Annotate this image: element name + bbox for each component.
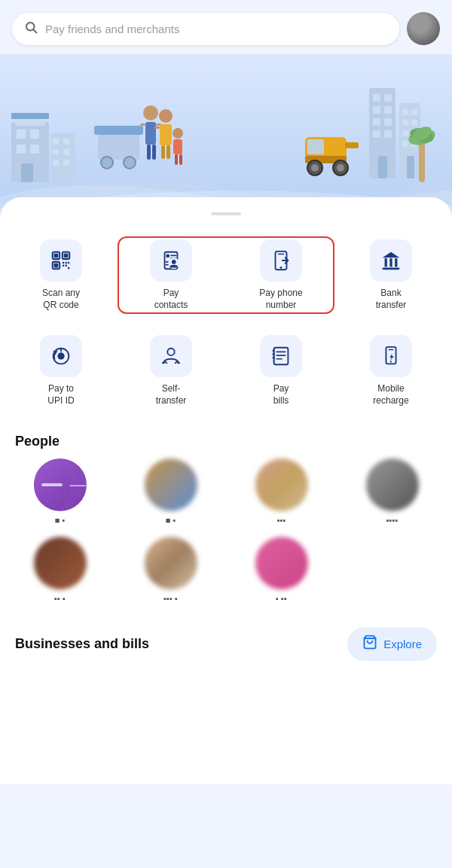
search-placeholder: Pay friends and merchants [45,23,179,35]
svg-rect-43 [345,142,359,148]
svg-rect-37 [307,139,324,154]
pay-bills-icon [270,345,292,367]
svg-point-87 [172,260,176,264]
svg-rect-94 [395,258,397,266]
person-avatar-2 [145,458,197,511]
person-name-1: ■ ▪ [55,516,66,525]
svg-point-27 [159,109,173,123]
svg-rect-28 [160,124,172,145]
people-section-title: People [0,422,452,458]
action-bank-transfer[interactable]: Banktransfer [336,230,446,320]
svg-marker-91 [383,252,400,258]
svg-rect-99 [274,348,289,365]
svg-rect-17 [98,133,139,160]
svg-rect-18 [94,126,143,135]
qr-icon [50,249,72,272]
svg-rect-33 [173,139,182,154]
search-bar[interactable]: Pay friends and merchants [12,13,399,45]
person-item-3[interactable]: ▪▪▪ [231,458,332,525]
action-pay-bills[interactable]: Paybills [226,326,336,416]
svg-rect-74 [63,262,64,263]
mobile-recharge-label: Mobilerecharge [373,383,408,407]
svg-rect-50 [384,118,392,126]
svg-rect-13 [53,149,59,155]
svg-rect-105 [273,353,275,355]
person-avatar-3 [255,458,308,511]
svg-rect-25 [140,123,145,126]
businesses-title: Businesses and bills [15,636,149,652]
person-item-placeholder [341,537,443,603]
svg-rect-49 [373,118,380,126]
svg-rect-45 [373,94,380,102]
person-name-4: ▪▪▪▪ [386,516,399,525]
person-item-6[interactable]: ▪▪▪ ▪ [120,537,221,603]
people-grid-row1: ■ ▪ ■ ▪ ▪▪▪ ▪▪▪▪ [0,458,452,525]
svg-rect-78 [68,262,69,263]
svg-rect-93 [389,258,392,266]
person-item-1[interactable]: ■ ▪ [9,458,111,525]
explore-button[interactable]: Explore [347,627,437,661]
person-item-2[interactable]: ■ ▪ [120,458,221,525]
actions-row: Scan anyQR code [6,230,446,320]
banner-illustration [0,54,452,220]
pay-contacts-label: Paycontacts [154,288,188,311]
drag-handle [211,212,241,215]
svg-rect-22 [145,122,156,145]
businesses-section: Businesses and bills Explore [0,615,452,676]
person-avatar-5 [34,537,87,589]
svg-rect-29 [161,145,165,159]
svg-rect-81 [166,254,170,258]
pay-bills-icon-wrap [260,335,302,377]
svg-rect-46 [384,94,392,102]
svg-rect-77 [66,265,67,266]
svg-rect-11 [53,139,59,145]
svg-rect-24 [152,145,156,160]
svg-rect-14 [63,149,69,155]
person-item-7[interactable]: ▪ ▪▪ [231,537,332,603]
svg-rect-73 [54,263,59,268]
person-avatar-4 [366,458,419,511]
pay-upi-label: Pay toUPI ID [47,383,74,407]
action-scan-qr[interactable]: Scan anyQR code [6,230,116,320]
svg-rect-47 [373,106,380,114]
svg-rect-106 [273,357,275,358]
person-name-3: ▪▪▪ [277,516,286,525]
svg-point-97 [57,353,64,360]
svg-rect-92 [385,258,387,266]
actions-row-2: Pay toUPI ID Self-transfer [0,326,452,416]
svg-point-21 [143,105,158,120]
action-pay-upi[interactable]: Pay toUPI ID [6,326,116,416]
action-self-transfer[interactable]: Self-transfer [116,326,226,416]
svg-rect-6 [17,145,26,154]
person-avatar-6 [145,537,197,589]
avatar[interactable] [407,12,440,45]
svg-rect-5 [30,129,39,139]
self-transfer-icon-wrap [150,335,192,377]
svg-point-98 [167,349,174,355]
svg-rect-23 [147,145,151,160]
search-icon [24,20,38,38]
self-transfer-label: Self-transfer [156,383,187,407]
svg-rect-7 [30,145,39,154]
svg-line-1 [33,29,36,32]
shopping-bag-icon [362,635,377,653]
pay-phone-icon [270,249,292,272]
svg-rect-31 [154,126,160,129]
person-item-4[interactable]: ▪▪▪▪ [341,458,443,525]
header: Pay friends and merchants [0,0,452,54]
person-name-2: ■ ▪ [166,516,176,525]
bank-transfer-label: Banktransfer [376,288,407,311]
upi-icon [50,345,72,367]
upi-icon-wrap [40,335,82,377]
svg-rect-48 [384,106,392,114]
svg-rect-9 [11,113,49,119]
pay-contacts-icon [160,249,182,272]
svg-point-32 [173,128,183,139]
action-mobile-recharge[interactable]: Mobilerecharge [336,326,446,416]
action-pay-phone[interactable]: Pay phonenumber [226,230,336,320]
action-pay-contacts[interactable]: Paycontacts [116,230,226,320]
bank-icon [380,249,402,272]
person-item-5[interactable]: ▪▪ ▪ [9,537,111,603]
actions-row-1: Scan anyQR code [0,230,452,320]
people-grid-row2: ▪▪ ▪ ▪▪▪ ▪ ▪ ▪▪ [0,537,452,603]
